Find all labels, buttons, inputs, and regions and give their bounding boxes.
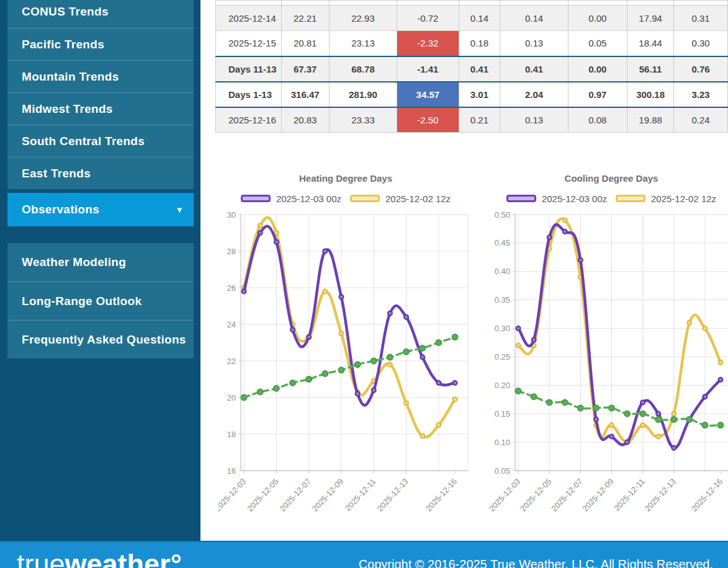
- table-cell: 22.93: [329, 6, 397, 31]
- sidebar-item-midwest-trends[interactable]: Midwest Trends: [7, 92, 194, 125]
- sidebar-item-label: Pacific Trends: [22, 38, 104, 51]
- sidebar-item-frequently-asked-questions[interactable]: Frequently Asked Questions: [7, 320, 194, 358]
- sidebar-primary-nav: CONUS TrendsPacific TrendsMountain Trend…: [7, 0, 194, 226]
- data-point-normal: [274, 386, 279, 391]
- legend-item-2025-12-03-00z[interactable]: 2025-12-03 00z: [241, 193, 341, 204]
- data-point-2025-12-02-12z: [339, 331, 343, 335]
- legend-item-2025-12-02-12z[interactable]: 2025-12-02 12z: [350, 193, 451, 204]
- data-point-2025-12-03-00z: [258, 231, 263, 235]
- table-cell: 0.13: [500, 107, 568, 133]
- sidebar-item-mountain-trends[interactable]: Mountain Trends: [7, 60, 194, 92]
- data-point-2025-12-02-12z: [656, 434, 660, 438]
- data-point-normal: [387, 355, 393, 360]
- y-axis-tick-label: 0.30: [495, 324, 510, 333]
- x-axis-tick-label: 2025-12-05: [518, 477, 553, 513]
- table-cell: -1.41: [397, 56, 459, 82]
- data-point-2025-12-02-12z: [640, 423, 645, 427]
- table-row-partial: [216, 1, 728, 6]
- data-point-2025-12-03-00z: [516, 326, 521, 331]
- logo-degree-icon: °: [171, 548, 182, 568]
- data-point-normal: [338, 367, 344, 373]
- series-line-2025-12-02-12z: [518, 219, 721, 443]
- table-cell: 300.18: [627, 82, 673, 107]
- x-axis-tick-label: 2025-12-13: [375, 477, 410, 513]
- data-point-normal: [718, 422, 724, 428]
- table-cell: 67.37: [281, 56, 329, 82]
- table-cell: 34.57: [397, 82, 459, 107]
- heating-degree-days-chart: Heating Degree Days 2025-12-03 00z2025-1…: [218, 171, 473, 531]
- row-label: 2025-12-16: [216, 107, 282, 133]
- data-point-2025-12-03-00z: [672, 446, 676, 450]
- chart-title: Heating Degree Days: [218, 171, 473, 186]
- chart-title: Cooling Degree Days: [484, 171, 728, 186]
- data-point-normal: [306, 376, 312, 382]
- data-point-normal: [371, 358, 377, 364]
- sidebar-item-weather-modeling[interactable]: Weather Modeling: [7, 243, 194, 282]
- data-point-2025-12-02-12z: [388, 362, 392, 366]
- heating-degree-days-plot: 16182022242628302025-12-032025-12-052025…: [218, 208, 473, 531]
- data-point-normal: [624, 411, 630, 417]
- legend-swatch: [616, 195, 645, 202]
- data-point-normal: [640, 411, 645, 417]
- sidebar-item-observations[interactable]: Observations▼: [7, 193, 194, 226]
- sidebar-item-label: South Central Trends: [22, 135, 145, 148]
- data-point-2025-12-03-00z: [547, 235, 552, 239]
- data-point-2025-12-02-12z: [404, 401, 408, 405]
- data-point-normal: [531, 394, 537, 399]
- data-point-2025-12-03-00z: [532, 337, 536, 342]
- data-point-2025-12-03-00z: [453, 381, 457, 385]
- data-point-2025-12-02-12z: [516, 344, 521, 348]
- sidebar-item-east-trends[interactable]: East Trends: [7, 157, 194, 189]
- table-cell: 0.97: [568, 82, 627, 107]
- footer: trueweather° Copyright © 2016-2025 True …: [0, 541, 728, 568]
- y-axis-tick-label: 26: [227, 283, 236, 293]
- y-axis-tick-label: 0.45: [495, 238, 510, 247]
- data-point-2025-12-03-00z: [372, 388, 376, 393]
- table-cell: 0.13: [500, 31, 568, 56]
- legend-label: 2025-12-03 00z: [542, 193, 607, 204]
- data-point-2025-12-03-00z: [578, 258, 583, 262]
- data-point-2025-12-02-12z: [687, 321, 691, 325]
- data-point-2025-12-02-12z: [609, 423, 614, 427]
- data-point-normal: [547, 399, 552, 405]
- data-point-normal: [403, 349, 409, 355]
- data-point-2025-12-02-12z: [436, 423, 441, 427]
- table-cell: 18.44: [627, 31, 673, 56]
- series-line-2025-12-03-00z: [244, 226, 455, 406]
- legend-item-2025-12-03-00z[interactable]: 2025-12-03 00z: [506, 193, 607, 204]
- legend-item-2025-12-02-12z[interactable]: 2025-12-02 12z: [616, 193, 716, 204]
- data-point-normal: [516, 388, 521, 394]
- legend-label: 2025-12-02 12z: [651, 193, 716, 204]
- app: { "sidebar": { "primary_nav": [ {"id":"c…: [0, 0, 728, 568]
- data-point-normal: [655, 417, 661, 422]
- y-axis-tick-label: 18: [227, 430, 236, 439]
- sidebar-item-label: Midwest Trends: [22, 102, 113, 116]
- table-cell: 0.14: [500, 6, 568, 31]
- trueweather-logo[interactable]: trueweather°: [17, 550, 182, 568]
- chart-legend: 2025-12-03 00z2025-12-02 12z: [218, 190, 473, 207]
- chevron-down-icon: ▼: [176, 205, 184, 215]
- sidebar-item-south-central-trends[interactable]: South Central Trends: [7, 125, 194, 157]
- table-row: Days 11-1367.3768.78-1.410.410.410.0056.…: [216, 56, 728, 82]
- data-point-normal: [562, 399, 568, 405]
- legend-swatch: [241, 195, 271, 202]
- data-point-2025-12-02-12z: [453, 397, 457, 402]
- y-axis-tick-label: 0.50: [495, 210, 510, 220]
- data-point-normal: [686, 417, 692, 422]
- sidebar-item-conus-trends[interactable]: CONUS Trends: [7, 0, 194, 28]
- data-point-2025-12-03-00z: [242, 289, 246, 293]
- sidebar-item-pacific-trends[interactable]: Pacific Trends: [7, 28, 194, 60]
- data-point-2025-12-03-00z: [625, 440, 629, 445]
- sidebar-item-long-range-outlook[interactable]: Long-Range Outlook: [7, 282, 194, 320]
- x-axis-tick-label: 2025-12-13: [643, 477, 678, 513]
- y-axis-tick-label: 30: [227, 210, 236, 220]
- table-cell: 316.47: [281, 82, 329, 107]
- table-cell: -2.50: [397, 107, 459, 133]
- row-label: Days 11-13: [216, 56, 282, 82]
- x-axis-tick-label: 2025-12-16: [690, 477, 724, 513]
- table-cell: 23.13: [329, 31, 397, 56]
- data-point-normal: [241, 395, 247, 401]
- x-axis-tick-label: 2025-12-11: [343, 477, 378, 513]
- y-axis-tick-label: 28: [227, 247, 236, 256]
- table-cell: 0.31: [674, 6, 728, 31]
